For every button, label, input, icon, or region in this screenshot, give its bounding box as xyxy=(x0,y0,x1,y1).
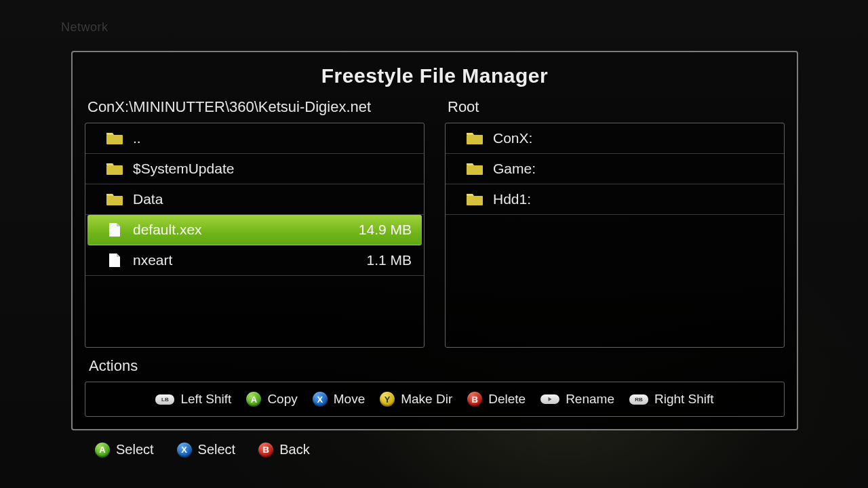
folder-icon xyxy=(466,192,484,207)
left-pane: ConX:\MININUTTER\360\Ketsui-Digiex.net .… xyxy=(85,98,425,348)
split-panes: ConX:\MININUTTER\360\Ketsui-Digiex.net .… xyxy=(85,98,785,348)
folder-icon xyxy=(106,192,123,207)
item-name: $SystemUpdate xyxy=(133,161,412,177)
list-item[interactable]: ConX: xyxy=(446,123,784,154)
b-button-icon: B xyxy=(467,392,482,407)
footer-label: Back xyxy=(279,442,309,458)
folder-icon xyxy=(466,161,484,176)
left-pane-list[interactable]: ..$SystemUpdateDatadefault.xex14.9 MBnxe… xyxy=(85,123,425,348)
footer-hint[interactable]: BBack xyxy=(258,442,309,458)
action-hint[interactable]: XMove xyxy=(313,392,365,407)
action-label: Left Shift xyxy=(180,392,231,407)
list-item[interactable]: default.xex14.9 MB xyxy=(87,215,422,245)
action-hint[interactable]: Rename xyxy=(540,392,614,407)
item-name: Game: xyxy=(493,161,772,177)
x-button-icon: X xyxy=(177,443,192,458)
list-item[interactable]: .. xyxy=(85,123,424,154)
svg-rect-2 xyxy=(106,196,123,205)
item-name: Hdd1: xyxy=(493,191,772,207)
svg-rect-1 xyxy=(106,165,123,175)
file-icon xyxy=(106,222,123,237)
list-item[interactable]: $SystemUpdate xyxy=(85,154,424,184)
folder-icon xyxy=(106,161,123,176)
file-manager-dialog: Freestyle File Manager ConX:\MININUTTER\… xyxy=(71,51,798,430)
actions-heading: Actions xyxy=(85,357,785,375)
footer-hints: ASelectXSelectBBack xyxy=(95,442,310,458)
action-hint[interactable]: LBLeft Shift xyxy=(155,392,231,407)
right-pane-list[interactable]: ConX:Game:Hdd1: xyxy=(445,123,785,348)
item-name: Data xyxy=(133,191,412,207)
b-button-icon: B xyxy=(258,443,273,458)
dialog-title: Freestyle File Manager xyxy=(85,64,785,87)
footer-hint[interactable]: ASelect xyxy=(95,442,154,458)
item-size: 1.1 MB xyxy=(366,252,412,268)
svg-rect-3 xyxy=(467,135,483,144)
item-name: ConX: xyxy=(493,130,772,146)
background-network-label: Network xyxy=(61,20,108,35)
list-item[interactable]: Data xyxy=(85,184,424,215)
left-pane-path: ConX:\MININUTTER\360\Ketsui-Digiex.net xyxy=(85,98,425,116)
svg-rect-5 xyxy=(467,196,483,205)
item-size: 14.9 MB xyxy=(359,222,412,238)
y-button-icon: Y xyxy=(380,392,395,407)
list-item[interactable]: nxeart1.1 MB xyxy=(85,245,424,276)
x-button-icon: X xyxy=(313,392,328,407)
a-button-icon: A xyxy=(95,443,110,458)
svg-rect-4 xyxy=(467,165,483,175)
footer-label: Select xyxy=(198,442,236,458)
footer-hint[interactable]: XSelect xyxy=(177,442,236,458)
list-item[interactable]: Hdd1: xyxy=(446,184,784,215)
a-button-icon: A xyxy=(246,392,261,407)
list-item[interactable]: Game: xyxy=(446,154,784,184)
action-hint[interactable]: ACopy xyxy=(246,392,297,407)
item-name: nxeart xyxy=(133,252,366,268)
rb-button-icon: RB xyxy=(629,394,648,405)
action-label: Delete xyxy=(488,392,526,407)
start-button-icon xyxy=(540,394,559,404)
action-hint[interactable]: BDelete xyxy=(467,392,526,407)
actions-bar: LBLeft ShiftACopyXMoveYMake DirBDeleteRe… xyxy=(85,382,785,417)
right-pane-path: Root xyxy=(445,98,785,116)
footer-label: Select xyxy=(116,442,154,458)
folder-icon xyxy=(466,131,484,146)
file-icon xyxy=(106,253,123,268)
action-label: Copy xyxy=(267,392,297,407)
action-label: Make Dir xyxy=(401,392,452,407)
item-name: default.xex xyxy=(133,222,359,238)
action-hint[interactable]: RBRight Shift xyxy=(629,392,714,407)
action-label: Right Shift xyxy=(654,392,714,407)
right-pane: Root ConX:Game:Hdd1: xyxy=(445,98,785,348)
action-hint[interactable]: YMake Dir xyxy=(380,392,452,407)
svg-rect-0 xyxy=(106,135,123,144)
action-label: Move xyxy=(334,392,365,407)
folder-icon xyxy=(106,131,123,146)
lb-button-icon: LB xyxy=(155,394,174,405)
action-label: Rename xyxy=(566,392,614,407)
item-name: .. xyxy=(133,130,412,146)
